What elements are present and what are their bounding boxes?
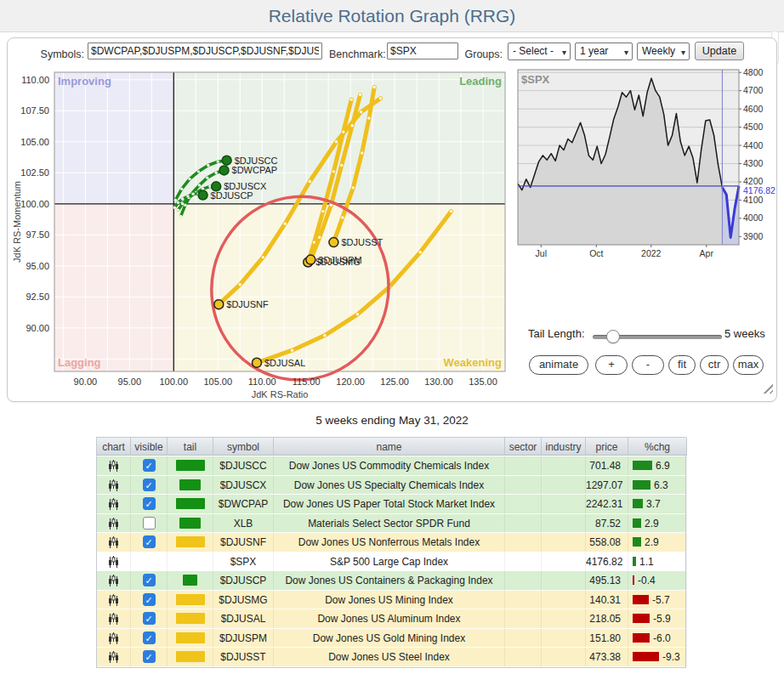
pct-change-value: 6.9	[656, 460, 670, 472]
visible-cell: ✓	[131, 495, 168, 513]
visible-checkbox[interactable]: ✓	[143, 593, 156, 606]
pct-change-value: -6.0	[653, 632, 671, 644]
visible-checkbox[interactable]: ✓	[143, 459, 156, 472]
chart-cell	[97, 456, 131, 475]
chart-icon[interactable]	[108, 556, 119, 569]
zoom-out-button[interactable]: -	[632, 355, 664, 375]
rrg-head-$DJUSCP[interactable]	[198, 190, 207, 200]
panel-resize-handle[interactable]	[761, 382, 773, 394]
visible-checkbox[interactable]: ✓	[143, 574, 156, 586]
chart-icon[interactable]	[108, 460, 119, 473]
rrg-head-$DJUSCC[interactable]	[222, 156, 231, 165]
pct-change-value: 6.3	[654, 479, 668, 491]
chart-icon[interactable]	[108, 632, 119, 645]
interval-select-value: Weekly	[642, 45, 675, 57]
chart-icon[interactable]	[108, 518, 119, 530]
column-header-price[interactable]: price	[586, 438, 628, 456]
visible-cell: ✓	[131, 609, 168, 628]
chart-icon[interactable]	[108, 498, 119, 511]
sector-cell	[505, 476, 542, 495]
column-header-industry[interactable]: industry	[542, 438, 586, 456]
symbol-cell: $DJUSST	[213, 648, 274, 666]
chart-icon[interactable]	[108, 536, 119, 549]
visible-checkbox[interactable]	[143, 517, 156, 530]
column-header-pctchg[interactable]: %chg	[628, 438, 687, 456]
pct-change-cell: 3.7	[628, 495, 687, 513]
pct-change-cell: 6.3	[628, 476, 687, 495]
rrg-label-$DJUSAL: $DJUSAL	[264, 358, 305, 368]
pct-change-bar	[633, 614, 650, 623]
range-select[interactable]: 1 year ▾	[575, 42, 633, 60]
quadrant-label-improving: Improving	[58, 75, 111, 88]
column-header-visible[interactable]: visible	[131, 438, 168, 456]
chart-icon[interactable]	[108, 594, 119, 607]
industry-cell	[542, 629, 586, 648]
pct-change-bar	[633, 557, 636, 566]
chart-icon[interactable]	[108, 651, 119, 664]
visible-checkbox[interactable]: ✓	[143, 497, 156, 510]
groups-select-value: - Select -	[513, 45, 554, 57]
column-header-name[interactable]: name	[274, 438, 505, 456]
interval-select[interactable]: Weekly ▾	[637, 42, 690, 60]
rrg-head-$DWCPAP[interactable]	[219, 166, 229, 175]
visible-checkbox[interactable]: ✓	[143, 479, 156, 491]
svg-text:Apr: Apr	[700, 248, 714, 258]
center-button[interactable]: ctr	[700, 355, 729, 375]
update-button[interactable]: Update	[695, 42, 744, 60]
column-header-tail[interactable]: tail	[168, 438, 213, 456]
symbols-input[interactable]	[88, 42, 322, 59]
sector-cell	[505, 552, 542, 571]
tail-cell	[168, 495, 213, 513]
rrg-head-$DJUSPM[interactable]	[306, 255, 315, 264]
visible-checkbox[interactable]: ✓	[143, 650, 156, 663]
animate-button[interactable]: animate	[529, 355, 588, 375]
groups-select[interactable]: - Select - ▾	[508, 42, 571, 60]
price-cell: 1297.07	[586, 476, 628, 495]
column-header-symbol[interactable]: symbol	[213, 438, 274, 456]
rrg-label-$DJUSNF: $DJUSNF	[226, 299, 269, 309]
chart-cell	[97, 476, 131, 495]
rrg-head-$DJUSST[interactable]	[329, 238, 338, 247]
pct-change-bar	[633, 518, 641, 528]
chart-icon[interactable]	[108, 479, 119, 492]
pct-change-bar	[633, 537, 641, 547]
price-cell: 2242.31	[586, 495, 628, 513]
rrg-label-$DJUSCC: $DJUSCC	[235, 156, 278, 166]
chart-icon[interactable]	[108, 575, 119, 587]
chart-icon[interactable]	[108, 613, 119, 626]
pct-change-value: -5.9	[653, 613, 671, 625]
svg-text:105.00: 105.00	[20, 137, 49, 147]
zoom-in-button[interactable]: +	[595, 355, 628, 375]
industry-cell	[542, 648, 586, 666]
name-cell: Dow Jones US Mining Index	[274, 591, 505, 609]
visible-checkbox[interactable]: ✓	[143, 612, 156, 625]
pct-change-cell: -5.7	[628, 591, 687, 609]
fit-button[interactable]: fit	[668, 355, 696, 375]
symbol-cell: $DWCPAP	[213, 495, 274, 513]
max-button[interactable]: max	[733, 355, 764, 375]
pct-change-bar	[633, 652, 659, 661]
tail-swatch-yellow	[176, 613, 205, 624]
tail-cell	[168, 533, 213, 552]
tail-swatch-yellow	[176, 536, 205, 547]
visible-checkbox[interactable]: ✓	[143, 535, 156, 548]
table-row-$DJUSPM: ✓$DJUSPMDow Jones US Gold Mining Index15…	[97, 629, 685, 649]
svg-text:4100: 4100	[743, 195, 764, 205]
sector-cell	[505, 591, 542, 609]
svg-text:90.00: 90.00	[26, 323, 49, 333]
name-cell: Dow Jones US Specialty Chemicals Index	[274, 476, 505, 495]
rrg-head-$DJUSNF[interactable]	[214, 300, 224, 309]
industry-cell	[542, 591, 586, 609]
pct-change-cell: -9.3	[628, 648, 687, 666]
visible-checkbox[interactable]: ✓	[143, 632, 156, 644]
rrg-label-$DWCPAP: $DWCPAP	[232, 165, 278, 175]
quadrant-improving	[54, 72, 173, 204]
y-axis-title: JdK RS-Momentum	[12, 181, 22, 263]
tail-swatch-green	[179, 479, 201, 490]
slider-handle[interactable]	[606, 330, 620, 343]
rrg-head-$DJUSAL[interactable]	[252, 358, 261, 367]
column-header-sector[interactable]: sector	[505, 438, 542, 456]
range-select-value: 1 year	[580, 45, 608, 57]
column-header-chart[interactable]: chart	[97, 438, 131, 456]
benchmark-input[interactable]	[387, 42, 458, 59]
